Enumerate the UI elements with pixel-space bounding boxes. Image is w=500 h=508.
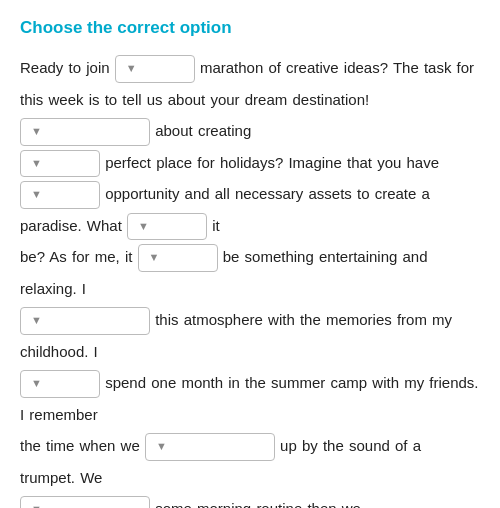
dropdown-7[interactable]: ▼ xyxy=(20,307,150,334)
dropdown-1[interactable]: ▼ xyxy=(115,55,195,82)
dropdown-6[interactable]: ▼ xyxy=(138,244,218,271)
dropdown-3[interactable]: ▼ xyxy=(20,150,100,177)
text-6: be? As for me, it xyxy=(20,248,138,265)
text-10: the time when we xyxy=(20,437,145,454)
dropdown-9[interactable]: ▼ xyxy=(145,433,275,460)
text-about-creating: about creating xyxy=(155,122,251,139)
page-title: Choose the correct option xyxy=(20,18,480,38)
dropdown-5[interactable]: ▼ xyxy=(127,213,207,240)
text-3: perfect place for holidays? Imagine that… xyxy=(105,154,439,171)
dropdown-4[interactable]: ▼ xyxy=(20,181,100,208)
text-1: Ready to join xyxy=(20,59,115,76)
dropdown-2[interactable]: ▼ xyxy=(20,118,150,145)
exercise-content: Ready to join ▼ marathon of creative ide… xyxy=(20,52,480,508)
dropdown-10[interactable]: ▼ xyxy=(20,496,150,508)
text-12: some morning routine then we xyxy=(155,500,361,508)
text-5: it xyxy=(212,217,220,234)
dropdown-8[interactable]: ▼ xyxy=(20,370,100,397)
